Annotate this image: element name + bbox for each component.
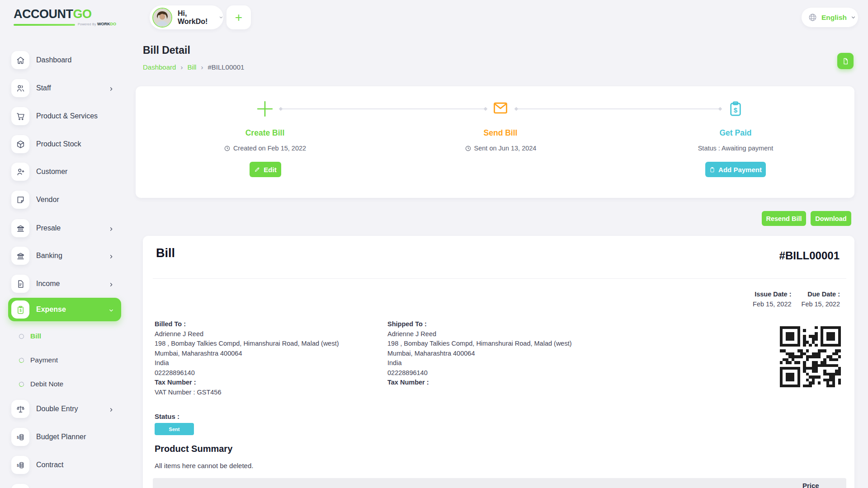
page-title: Bill Detail <box>143 44 190 56</box>
preview-document-button[interactable] <box>837 53 854 69</box>
bank-icon <box>11 247 29 265</box>
bullet-icon <box>18 381 24 387</box>
step-send-bill-title: Send Bill <box>433 128 568 138</box>
edit-pencil-icon <box>254 166 260 173</box>
shipped-to-block: Shipped To : Adrienne J Reed 198 , Bomba… <box>387 319 604 388</box>
svg-text:$: $ <box>19 308 22 313</box>
sidebar-subitem-bill[interactable]: Bill <box>8 330 121 342</box>
breadcrumb-dashboard[interactable]: Dashboard <box>143 63 176 71</box>
bill-doc-title: Bill <box>156 246 175 260</box>
sidebar-item-product-stock[interactable]: Product Stock <box>8 132 121 156</box>
sidebar-item-label: Customer <box>36 160 67 183</box>
breadcrumb-current: #BILL00001 <box>208 63 244 71</box>
globe-icon <box>808 13 817 22</box>
chevron-down-icon <box>108 307 114 312</box>
chevron-right-icon <box>108 281 114 286</box>
sidebar-item-partial[interactable] <box>11 484 29 488</box>
step-get-paid-status: Status : Awaiting payment <box>659 145 812 152</box>
sidebar-item-label: Double Entry <box>36 397 78 421</box>
sidebar-item-label: Vendor <box>36 188 59 211</box>
bullet-icon <box>19 334 24 339</box>
avatar <box>152 8 172 28</box>
add-button[interactable]: + <box>226 5 251 29</box>
sidebar-item-product-services[interactable]: Product & Services <box>8 104 121 128</box>
sidebar-item-dashboard[interactable]: Dashboard <box>8 48 121 72</box>
price-column-header: Price <box>802 482 819 488</box>
sidebar-subitem-label: Bill <box>30 332 41 340</box>
app-root: ACCOUNTGO Powered By WORKDO DashboardSta… <box>0 0 868 488</box>
sidebar-item-income[interactable]: Income <box>8 272 121 296</box>
step-create-bill-subtitle: Created on Feb 15, 2022 <box>188 145 342 152</box>
status-badge: Sent <box>155 423 194 435</box>
sidebar-item-expense[interactable]: $Expense <box>8 298 121 321</box>
billed-to-block: Billed To : Adrienne J Reed 198 , Bombay… <box>155 319 372 397</box>
sidebar-item-vendor[interactable]: Vendor <box>8 188 121 211</box>
status-label: Status : <box>155 413 179 420</box>
chevron-right-icon <box>108 85 114 91</box>
sidebar-item-contract[interactable]: $Contract <box>8 453 121 477</box>
bullet-icon <box>18 357 24 363</box>
note-icon <box>11 191 29 209</box>
scale-icon <box>11 400 29 418</box>
clipboard-icon <box>709 167 715 173</box>
resend-bill-button[interactable]: Resend Bill <box>762 211 806 226</box>
product-table-header <box>153 478 846 488</box>
sidebar-item-label: Banking <box>36 244 62 267</box>
step-send-bill-subtitle: Sent on Jun 13, 2024 <box>424 145 577 152</box>
cube-icon <box>11 135 29 153</box>
logo-underline <box>14 24 75 26</box>
download-button[interactable]: Download <box>811 211 851 226</box>
sidebar-item-label: Product Stock <box>36 132 81 156</box>
send-bill-mail-icon <box>492 100 509 116</box>
sidebar-item-label: Expense <box>36 298 66 321</box>
sidebar-item-label: Presale <box>36 216 61 240</box>
stepper-connector <box>280 108 486 109</box>
home-icon <box>11 51 29 69</box>
language-selector[interactable]: English <box>802 8 858 27</box>
cart-icon <box>11 107 29 125</box>
breadcrumb-bill[interactable]: Bill <box>187 63 196 71</box>
bank-icon <box>11 219 29 237</box>
bill-dates: Issue Date :Feb 15, 2022 Due Date :Feb 1… <box>753 289 840 309</box>
coins-icon: $ <box>11 428 29 446</box>
coins-icon: $ <box>11 456 29 474</box>
clock-icon <box>224 145 231 152</box>
sidebar-item-staff[interactable]: Staff <box>8 76 121 100</box>
sidebar-item-budget-planner[interactable]: $Budget Planner <box>8 425 121 449</box>
add-payment-button[interactable]: Add Payment <box>705 162 766 177</box>
get-paid-invoice-icon: $ <box>727 100 744 117</box>
step-create-bill-title: Create Bill <box>197 128 333 138</box>
step-get-paid-title: Get Paid <box>668 128 803 138</box>
breadcrumb: Dashboard Bill #BILL00001 <box>143 63 244 71</box>
sidebar-subitem-label: Payment <box>30 356 58 364</box>
svg-text:$: $ <box>734 106 738 114</box>
edit-bill-button[interactable]: Edit <box>250 162 281 177</box>
sidebar-subitem-debit-note[interactable]: Debit Note <box>8 378 121 390</box>
user-menu[interactable]: Hi, WorkDo! <box>150 5 223 29</box>
divider <box>153 278 846 279</box>
sidebar-item-label: Income <box>36 272 60 296</box>
chevron-down-icon <box>851 15 856 20</box>
app-logo[interactable]: ACCOUNTGO <box>14 7 92 21</box>
create-bill-plus-icon <box>256 100 274 118</box>
sidebar-item-customer[interactable]: Customer <box>8 160 121 183</box>
sidebar-item-double-entry[interactable]: Double Entry <box>8 397 121 421</box>
file-icon <box>11 275 29 293</box>
sidebar-item-banking[interactable]: Banking <box>8 244 121 267</box>
sidebar-item-label: Product & Services <box>36 104 98 128</box>
users-icon <box>11 79 29 97</box>
greeting-label: Hi, WorkDo! <box>178 9 215 26</box>
sidebar-item-presale[interactable]: Presale <box>8 216 121 240</box>
chevron-right-icon <box>108 225 114 231</box>
stepper-connector <box>516 108 721 109</box>
clipboard-dollar-icon: $ <box>11 300 29 319</box>
clock-icon <box>465 145 472 152</box>
product-summary-title: Product Summary <box>155 444 232 454</box>
sidebar-subitem-payment[interactable]: Payment <box>8 354 121 366</box>
user-plus-icon <box>11 163 29 181</box>
breadcrumb-separator-icon <box>180 63 183 71</box>
due-date: Due Date :Feb 15, 2022 <box>802 289 840 309</box>
chevron-right-icon <box>108 406 114 412</box>
powered-by-label: Powered By WORKDO <box>78 22 116 26</box>
breadcrumb-separator-icon <box>201 63 203 71</box>
